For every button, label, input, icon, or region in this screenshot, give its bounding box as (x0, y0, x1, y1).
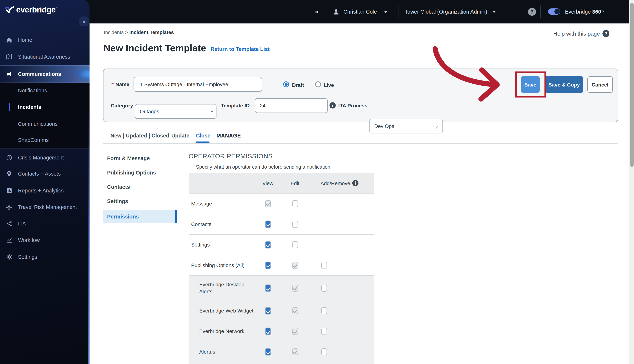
chevron-down-icon (492, 11, 496, 13)
return-to-template-list-link[interactable]: Return to Template List (211, 46, 270, 52)
sidebar-item-workflow[interactable]: Workflow (0, 232, 90, 248)
sidebar-item-situational-awareness[interactable]: Situational Awareness (0, 48, 90, 65)
view-checkbox[interactable] (265, 348, 270, 356)
edit-checkbox[interactable] (292, 285, 298, 292)
help-with-page-link[interactable]: Help with this page ? (553, 30, 609, 37)
breadcrumb: Incidents > Incident Templates (104, 30, 174, 35)
sidebar-item-snapcomms[interactable]: SnapComms (0, 132, 90, 148)
sidebar-item-crisis-management[interactable]: Crisis Management (0, 149, 90, 166)
dropdown-arrow (208, 104, 216, 118)
cancel-button[interactable]: Cancel (587, 76, 613, 93)
edit-checkbox[interactable] (292, 348, 298, 356)
org-selector[interactable]: Tower Global (Organization Admin) (405, 0, 496, 24)
chevron-down-icon (211, 110, 213, 112)
live-radio-label: Live (324, 82, 334, 88)
add-remove-checkbox[interactable] (321, 307, 327, 314)
sidebar-item-contacts-assets[interactable]: Contacts + Assets (0, 165, 90, 182)
info-icon[interactable]: i (352, 180, 359, 186)
view-checkbox[interactable] (265, 307, 270, 314)
column-add-remove: Add/Remove (321, 180, 350, 186)
ita-process-select[interactable]: Dev Ops (370, 119, 443, 134)
draft-radio[interactable] (283, 82, 289, 87)
tab-close[interactable]: Close (196, 133, 210, 138)
sidebar-item-reports-analytics[interactable]: Reports + Analytics (0, 182, 90, 199)
view-checkbox[interactable] (265, 221, 270, 228)
top-bar: » Christian Cole Tower Global (Organizat… (0, 0, 634, 24)
sidebar-item-communications[interactable]: Communications (0, 65, 90, 83)
edit-checkbox[interactable] (292, 307, 298, 314)
everbridge-logo[interactable]: everbridge ™ (5, 4, 75, 16)
scrollbar-track[interactable] (629, 0, 634, 364)
breadcrumb-parent[interactable]: Incidents (104, 30, 124, 35)
chevron-down-icon (384, 11, 388, 13)
name-label: * Name (112, 77, 129, 92)
edit-checkbox[interactable] (292, 328, 298, 335)
edit-checkbox[interactable] (292, 200, 298, 207)
subnav-settings[interactable]: Settings (107, 194, 128, 208)
view-checkbox[interactable] (265, 200, 270, 207)
draft-radio-label: Draft (292, 82, 304, 88)
question-mark-icon: ? (528, 8, 536, 16)
topbar-divider (520, 6, 520, 18)
megaphone-icon (6, 71, 13, 77)
name-input[interactable] (134, 77, 262, 92)
add-remove-checkbox[interactable] (321, 328, 327, 335)
subnav-contacts[interactable]: Contacts (107, 180, 130, 194)
operator-permissions-note: Specify what an operator can do before s… (196, 164, 331, 170)
sidebar-item-ita[interactable]: ITA (0, 215, 90, 232)
sidebar-item-home[interactable]: Home (0, 32, 90, 48)
table-row-everbridge-network: Everbridge Network (189, 321, 374, 342)
bar-chart-icon (6, 187, 13, 194)
view-checkbox[interactable] (265, 328, 270, 335)
tab-new-updated-closed[interactable]: New | Updated | Closed (110, 133, 169, 138)
ita-process-label: ITA Process (338, 98, 368, 113)
category-label: Category (111, 98, 133, 113)
product-label: Everbridge 360™ (565, 0, 604, 24)
page-title: New Incident Template (104, 42, 206, 54)
active-indicator-bar (9, 103, 10, 111)
subnav-permissions[interactable]: Permissions (107, 209, 139, 224)
view-checkbox[interactable] (265, 285, 270, 292)
topbar-divider (540, 6, 541, 18)
operator-permissions-heading: OPERATOR PERMISSIONS (189, 152, 273, 160)
subnav-divider (177, 143, 177, 228)
edit-checkbox[interactable] (292, 221, 298, 228)
sidebar-collapse-button[interactable]: « (79, 16, 89, 26)
sidebar-divider (0, 148, 90, 149)
subnav-form-message[interactable]: Form & Message (107, 151, 150, 165)
help-button[interactable]: ? (528, 8, 536, 16)
sidebar-glow-edge (88, 110, 90, 364)
topbar-divider (398, 6, 399, 18)
sidebar-item-incidents[interactable]: Incidents (0, 98, 90, 116)
view-checkbox[interactable] (265, 241, 270, 248)
info-icon[interactable]: i (330, 102, 336, 108)
tab-manage[interactable]: MANAGE (216, 133, 241, 138)
add-remove-checkbox[interactable] (321, 285, 327, 292)
save-and-copy-button[interactable]: Save & Copy (545, 76, 583, 93)
template-id-input[interactable] (255, 98, 328, 113)
sidebar-item-communications-sub[interactable]: Communications (0, 116, 90, 132)
logo-text: everbridge (16, 5, 56, 15)
sidebar-item-notifications[interactable]: Notifications (0, 82, 90, 99)
scrollbar-thumb[interactable] (630, 3, 633, 167)
expand-chevrons-icon[interactable]: » (315, 0, 319, 24)
main-content: Incidents > Incident Templates Help with… (90, 24, 629, 364)
active-tab-underline (196, 142, 209, 143)
home-icon (6, 37, 13, 43)
tabs-divider (103, 143, 618, 144)
subnav-active-bar (175, 210, 177, 223)
sidebar-item-settings[interactable]: Settings (0, 248, 90, 266)
add-remove-checkbox[interactable] (321, 262, 327, 269)
view-checkbox[interactable] (265, 262, 270, 269)
sidebar-item-travel-risk[interactable]: Travel Risk Management (0, 199, 90, 216)
add-remove-checkbox[interactable] (321, 348, 327, 356)
live-radio[interactable] (315, 82, 321, 87)
everbridge-360-toggle[interactable] (548, 8, 560, 15)
screenshot-stage: » Christian Cole Tower Global (Organizat… (0, 0, 634, 364)
subnav-publishing-options[interactable]: Publishing Options (107, 165, 156, 180)
edit-checkbox[interactable] (292, 241, 298, 248)
category-select[interactable]: Outages (135, 104, 216, 119)
tab-update[interactable]: Update (171, 133, 189, 138)
user-menu[interactable]: Christian Cole (333, 0, 388, 24)
edit-checkbox[interactable] (292, 262, 298, 269)
